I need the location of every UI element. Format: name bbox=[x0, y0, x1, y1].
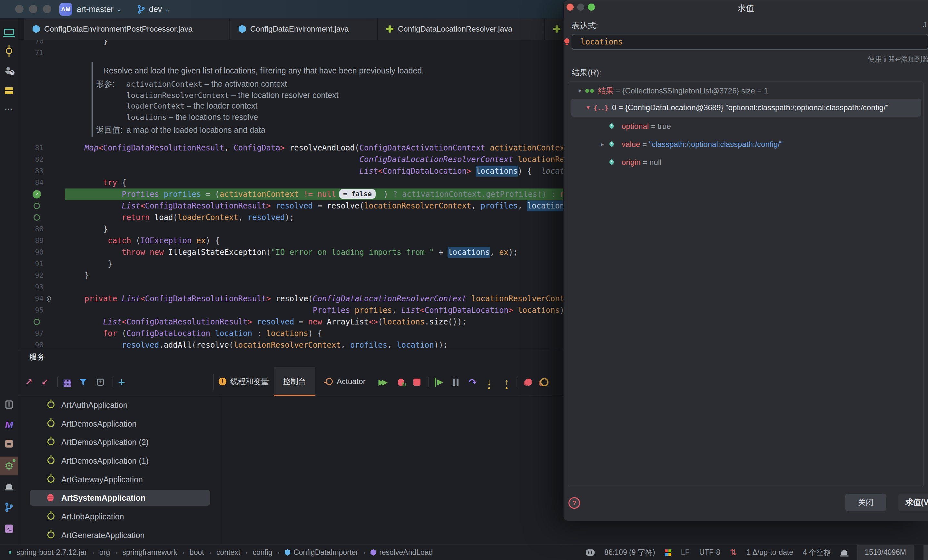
action-step-out-icon[interactable] bbox=[499, 375, 514, 389]
stripe-more-tool-windows-icon[interactable] bbox=[0, 100, 18, 118]
service-item[interactable]: ArtGatewayApplication bbox=[18, 472, 221, 487]
debugger-tab-控制台[interactable]: 控制台 bbox=[274, 367, 315, 396]
service-item[interactable]: ArtGenerateApplication bbox=[18, 527, 221, 543]
action-rerun-debug-icon[interactable] bbox=[394, 375, 408, 389]
service-item[interactable]: ArtDemosApplication bbox=[18, 415, 221, 432]
chevron-down-icon[interactable]: ▾ bbox=[585, 99, 591, 117]
chevron-down-icon[interactable]: ▾ bbox=[577, 85, 583, 97]
code-line[interactable]: 94@private List<ConfigDataResolutionResu… bbox=[18, 293, 563, 304]
stripe-database-icon[interactable] bbox=[0, 82, 18, 100]
breadcrumb-item[interactable]: resolveAndLoad bbox=[371, 548, 433, 557]
code-line[interactable]: 81Map<ConfigDataResolutionResult, Config… bbox=[18, 142, 563, 154]
code-line[interactable]: 88 } bbox=[18, 223, 563, 235]
breadcrumb-item[interactable]: springframework bbox=[122, 548, 177, 557]
window-close-button[interactable] bbox=[15, 5, 23, 13]
toolbar-collapse-all-icon[interactable] bbox=[38, 375, 52, 389]
stripe-dock-panel-icon[interactable] bbox=[0, 396, 18, 414]
editor-tab[interactable]: ConfigDataEnvironmentPostProcessor.java bbox=[24, 18, 230, 40]
service-item[interactable]: ArtJobApplication bbox=[18, 508, 221, 525]
code-line[interactable]: 71 bbox=[18, 47, 563, 59]
code-line[interactable]: 95 Profiles profiles, List<ConfigDataLoc… bbox=[18, 304, 563, 316]
breadcrumb-item[interactable]: config bbox=[252, 548, 272, 557]
chevron-right-icon[interactable]: ▸ bbox=[599, 138, 606, 150]
status-microsoft-icon[interactable] bbox=[665, 549, 672, 556]
debugger-tab-Actuator[interactable]: Actuator bbox=[316, 367, 375, 396]
window-zoom-button[interactable] bbox=[43, 5, 51, 13]
code-line[interactable]: 97 for (ConfigDataLocation location : lo… bbox=[18, 328, 563, 339]
toolbar-add-service-icon[interactable] bbox=[114, 375, 129, 389]
stripe-commit-icon[interactable] bbox=[0, 41, 18, 60]
action-view-breakpoints-icon[interactable] bbox=[521, 375, 536, 389]
code-line[interactable]: 89 catch (IOException ex) { bbox=[18, 235, 563, 247]
project-avatar[interactable]: AM bbox=[60, 3, 72, 16]
action-resume-all-icon[interactable] bbox=[376, 375, 390, 389]
editor-tab[interactable]: ConfigDataLocationResolver.java bbox=[378, 18, 544, 40]
action-pause-icon[interactable] bbox=[449, 375, 463, 389]
status-incoming-outgoing-icon[interactable] bbox=[730, 548, 737, 557]
breadcrumb-item[interactable]: boot bbox=[189, 548, 204, 557]
action-step-over-icon[interactable] bbox=[466, 375, 480, 389]
service-item[interactable]: ArtSystemApplication bbox=[18, 490, 221, 506]
code-line[interactable]: 70 } bbox=[18, 40, 563, 47]
toolbar-grid-view-icon[interactable] bbox=[60, 375, 75, 389]
code-line[interactable]: List<ConfigDataResolutionResult> resolve… bbox=[18, 316, 563, 328]
caret-position[interactable]: 86:109 (9 字符) bbox=[604, 548, 655, 557]
line-separator[interactable]: LF bbox=[681, 548, 690, 557]
toolbar-filter-icon[interactable] bbox=[76, 375, 90, 389]
expression-input[interactable] bbox=[572, 34, 928, 50]
debugger-tab-线程和变量[interactable]: 线程和变量 bbox=[214, 367, 273, 396]
breadcrumb-item[interactable]: ConfigDataImporter bbox=[285, 548, 358, 557]
toolbar-add-tab-icon[interactable] bbox=[93, 375, 107, 389]
code-line[interactable]: List<ConfigDataResolutionResult> resolve… bbox=[18, 200, 563, 212]
intention-bulb-icon[interactable] bbox=[564, 38, 569, 44]
service-item[interactable]: ArtDemosApplication (2) bbox=[18, 434, 221, 450]
stripe-services-icon[interactable] bbox=[0, 457, 18, 475]
stripe-terminal-icon[interactable] bbox=[0, 519, 18, 538]
tree-node[interactable]: ▸value = "classpath:/;optional:classpath… bbox=[568, 138, 924, 150]
action-stop-icon[interactable] bbox=[410, 375, 424, 389]
memory-indicator[interactable]: 1510/4096M bbox=[857, 545, 914, 560]
code-line[interactable]: return load(loaderContext, resolved); bbox=[18, 212, 563, 223]
action-mute-breakpoints-icon[interactable] bbox=[537, 375, 551, 389]
editor-tab[interactable] bbox=[545, 18, 563, 40]
breakpoint-ring-icon[interactable] bbox=[34, 319, 40, 325]
tree-node[interactable]: origin = null bbox=[568, 157, 924, 168]
branch-selector[interactable]: dev ⌄ bbox=[137, 0, 170, 18]
stripe-dependencies-icon[interactable] bbox=[0, 434, 18, 453]
stripe-pull-requests-icon[interactable] bbox=[0, 61, 18, 79]
breadcrumb-item[interactable]: org bbox=[99, 548, 110, 557]
stripe-remote-host-icon[interactable] bbox=[0, 23, 18, 41]
tree-node[interactable]: ▾0 = {ConfigDataLocation@3689} "optional… bbox=[568, 99, 924, 117]
editor-tab[interactable]: ConfigDataEnvironment.java bbox=[230, 18, 377, 40]
window-minimize-button[interactable] bbox=[29, 5, 37, 13]
code-line[interactable]: 91 } bbox=[18, 258, 563, 270]
code-line[interactable]: 82 ConfigDataLocationResolverContext loc… bbox=[18, 154, 563, 165]
stripe-git-icon[interactable] bbox=[0, 498, 18, 516]
evaluate-button[interactable]: 求值(V bbox=[898, 494, 928, 511]
status-copilot-status-icon[interactable] bbox=[586, 549, 595, 556]
toolbar-expand-all-icon[interactable] bbox=[21, 375, 36, 389]
stripe-mybatis-icon[interactable] bbox=[0, 415, 18, 434]
indent-config[interactable]: 4 个空格 bbox=[803, 548, 831, 557]
breadcrumb-item[interactable]: context bbox=[216, 548, 240, 557]
status-notifications-icon[interactable] bbox=[841, 550, 847, 555]
code-line[interactable]: 83 List<ConfigDataLocation> locations) {… bbox=[18, 165, 563, 177]
code-line[interactable]: 84 try { bbox=[18, 177, 563, 189]
service-item[interactable]: ArtDemosApplication (1) bbox=[18, 453, 221, 469]
close-button[interactable]: 关闭 bbox=[845, 494, 887, 511]
breadcrumb-item[interactable]: spring-boot-2.7.12.jar bbox=[17, 548, 87, 557]
help-button[interactable]: ? bbox=[568, 497, 580, 509]
tree-node[interactable]: optional = true bbox=[568, 120, 924, 132]
breakpoint-ring-icon[interactable] bbox=[34, 203, 40, 209]
vcs-changes[interactable]: 1 Δ/up-to-date bbox=[746, 548, 793, 557]
project-selector[interactable]: art-master ⌄ bbox=[77, 0, 121, 18]
code-line[interactable]: 92} bbox=[18, 270, 563, 281]
service-item[interactable]: ArtAuthApplication bbox=[18, 397, 221, 413]
stripe-problems-icon[interactable] bbox=[0, 477, 18, 496]
file-encoding[interactable]: UTF-8 bbox=[699, 548, 720, 557]
code-line[interactable]: 90 throw new IllegalStateException("IO e… bbox=[18, 247, 563, 258]
action-step-into-icon[interactable] bbox=[482, 375, 496, 389]
breakpoint-ring-icon[interactable] bbox=[34, 214, 40, 221]
tree-node[interactable]: ▾结果 = {Collections$SingletonList@3726} s… bbox=[568, 85, 924, 97]
breakpoint-verified-icon[interactable]: ✓ bbox=[32, 190, 41, 198]
